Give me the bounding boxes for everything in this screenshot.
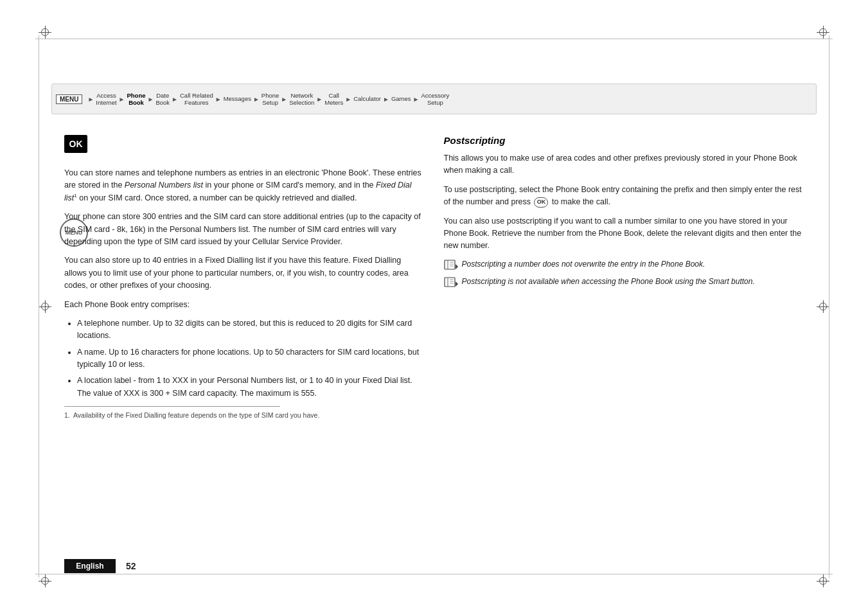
- navigation-bar: MENU ► Access Internet ► Phone Book ► Da…: [51, 84, 817, 114]
- right-para-2: To use postscripting, select the Phone B…: [444, 184, 804, 209]
- note-icon-2: [444, 277, 458, 287]
- para-3: You can also store up to 40 entries in a…: [64, 254, 425, 292]
- bullet-2: A name. Up to 16 characters for phone lo…: [77, 346, 425, 371]
- footnote-divider: [64, 406, 280, 407]
- para-1: You can store names and telephone number…: [64, 167, 425, 204]
- nav-item-phone-book[interactable]: Phone Book: [127, 92, 145, 107]
- right-column: Postscripting This allows you to make us…: [444, 129, 804, 542]
- note-icon-1: [444, 260, 458, 270]
- nav-item-messages[interactable]: Messages: [224, 95, 251, 102]
- nav-arrow-2: ►: [148, 96, 154, 103]
- bullet-list: A telephone number. Up to 32 digits can …: [77, 317, 425, 400]
- nav-item-accessory-setup[interactable]: Accessory Setup: [421, 92, 449, 107]
- footer: English 52: [64, 559, 804, 573]
- page-border-top: [35, 39, 833, 39]
- svg-rect-0: [445, 260, 455, 269]
- crosshair-bottom-left: [39, 574, 51, 587]
- left-column: You can store names and telephone number…: [64, 129, 425, 542]
- svg-marker-11: [456, 281, 458, 287]
- nav-item-calculator[interactable]: Calculator: [353, 95, 381, 102]
- crosshair-mid-right: [817, 300, 829, 313]
- nav-arrow-6: ►: [281, 96, 287, 103]
- nav-arrow-10: ►: [413, 96, 420, 103]
- bullet-3: A location label - from 1 to XXX in your…: [77, 375, 425, 400]
- nav-arrow-7: ►: [316, 96, 323, 103]
- page-border-right: [829, 35, 829, 578]
- nav-arrow-0: ►: [87, 96, 94, 103]
- nav-arrow-9: ►: [383, 96, 389, 103]
- crosshair-bottom-right: [817, 574, 829, 587]
- menu-label: MENU: [56, 94, 82, 104]
- postscripting-heading: Postscripting: [444, 135, 804, 146]
- nav-item-phone-setup[interactable]: Phone Setup: [261, 92, 279, 107]
- nav-item-call-meters[interactable]: Call Meters: [324, 92, 343, 107]
- nav-arrow-1: ►: [119, 96, 125, 103]
- nav-arrow-5: ►: [253, 96, 260, 103]
- nav-item-date-book[interactable]: Date Book: [155, 92, 170, 107]
- svg-marker-5: [456, 264, 458, 269]
- note-1: Postscripting a number does not overwrit…: [444, 259, 804, 270]
- nav-arrow-4: ►: [215, 96, 222, 103]
- footnote: 1. Availability of the Fixed Dialling fe…: [64, 411, 425, 420]
- nav-item-games[interactable]: Games: [391, 95, 411, 102]
- note-1-text: Postscripting a number does not overwrit…: [462, 259, 705, 270]
- language-badge: English: [64, 559, 116, 573]
- nav-item-access-internet[interactable]: Access Internet: [96, 92, 116, 107]
- svg-rect-6: [445, 278, 455, 287]
- right-para-1: This allows you to make use of area code…: [444, 152, 804, 177]
- nav-item-network-selection[interactable]: Network Selection: [289, 92, 314, 107]
- page-number: 52: [126, 561, 136, 571]
- note-2-text: Postscripting is not available when acce…: [462, 276, 755, 287]
- page-border-left: [39, 35, 39, 578]
- main-content: You can store names and telephone number…: [64, 129, 804, 542]
- nav-arrow-3: ►: [172, 96, 178, 103]
- bullet-1: A telephone number. Up to 32 digits can …: [77, 317, 425, 342]
- nav-item-call-related[interactable]: Call Related Features: [180, 92, 213, 107]
- nav-menu: MENU: [56, 94, 84, 104]
- crosshair-top-right: [817, 26, 829, 39]
- crosshair-top-left: [39, 26, 51, 39]
- nav-arrow-8: ►: [345, 96, 351, 103]
- note-2: Postscripting is not available when acce…: [444, 276, 804, 287]
- para-2: Your phone can store 300 entries and the…: [64, 211, 425, 248]
- page-border-bottom: [35, 574, 833, 574]
- crosshair-mid-left: [39, 300, 51, 313]
- para-4: Each Phone Book entry comprises:: [64, 299, 425, 311]
- ok-inline-icon: OK: [534, 197, 548, 208]
- right-para-3: You can also use postscripting if you wa…: [444, 215, 804, 253]
